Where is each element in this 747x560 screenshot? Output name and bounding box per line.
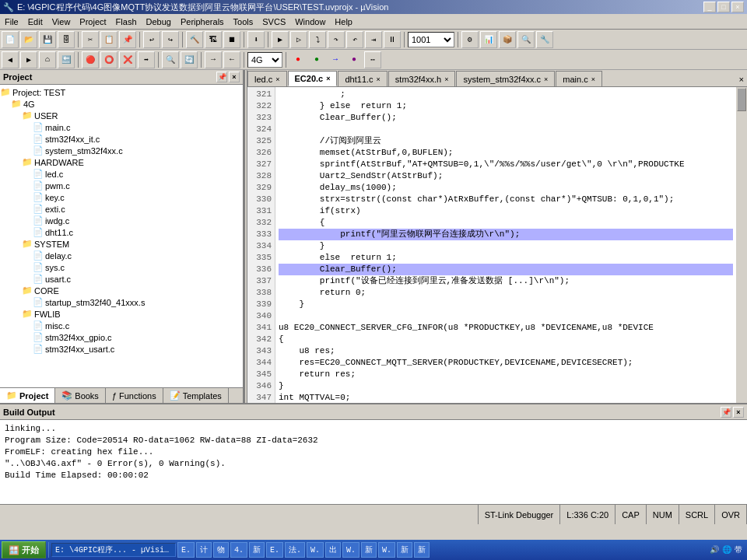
tree-item-system[interactable]: 📁SYSTEM: [0, 238, 243, 250]
editor-tab-ec20_c[interactable]: EC20.c×: [288, 71, 338, 86]
taskbar-btn-e3[interactable]: 出: [325, 542, 341, 558]
save-btn[interactable]: 💾: [39, 31, 56, 48]
manage-btn[interactable]: 📊: [480, 31, 497, 48]
taskbar-btn-w2[interactable]: W.: [342, 542, 359, 558]
active-window[interactable]: E: \4GPIC程序... - µVision: [51, 543, 176, 557]
taskbar-btn-ie[interactable]: E.: [177, 542, 195, 558]
color4-btn[interactable]: ●: [345, 51, 363, 68]
editor-area[interactable]: 3213223233243253263273283293303313323333…: [247, 87, 747, 403]
tree-item-stm32f4xx_usart[interactable]: 📄stm32f4xx_usart.c: [0, 343, 243, 355]
taskbar-btn-new2[interactable]: 新: [361, 542, 377, 558]
tab-close-ec20_c[interactable]: ×: [326, 75, 330, 82]
tree-item-sys_c[interactable]: 📄sys.c: [0, 261, 243, 273]
menu-file[interactable]: File: [0, 16, 23, 28]
tree-item-led_c[interactable]: 📄led.c: [0, 168, 243, 180]
editor-tab-dht11_c[interactable]: dht11.c×: [338, 71, 387, 86]
cut-btn[interactable]: ✂: [82, 31, 99, 48]
color1-btn[interactable]: ●: [289, 51, 307, 68]
taskbar-btn-w3[interactable]: W.: [378, 542, 395, 558]
prev-btn[interactable]: ◀: [2, 51, 19, 68]
step-over-btn[interactable]: ↷: [328, 31, 345, 48]
tree-item-usart_c[interactable]: 📄usart.c: [0, 273, 243, 285]
menu-peripherals[interactable]: Peripherals: [176, 16, 229, 28]
start-button[interactable]: 🪟 开始: [2, 541, 46, 558]
tree-item-dht11_c[interactable]: 📄dht11.c: [0, 226, 243, 238]
panel-tab-books[interactable]: 📚Books: [55, 388, 106, 403]
menu-edit[interactable]: Edit: [23, 16, 47, 28]
minimize-button[interactable]: _: [703, 2, 716, 12]
tab-close-dht11_c[interactable]: ×: [377, 75, 381, 83]
tree-item-iwdg_c[interactable]: 📄iwdg.c: [0, 215, 243, 226]
back-btn[interactable]: 🔙: [58, 51, 75, 68]
panel-tab-project[interactable]: 📁Project: [0, 388, 55, 403]
menu-svcs[interactable]: SVCS: [258, 16, 290, 28]
taskbar-btn-comp[interactable]: 计: [196, 542, 212, 558]
editor-scrollbar[interactable]: [736, 87, 747, 403]
menu-flash[interactable]: Flash: [111, 16, 142, 28]
run-cursor-btn[interactable]: ⇥: [365, 31, 382, 48]
tree-item-system_stm32f4xx[interactable]: 📄system_stm32f4xx.c: [0, 145, 243, 156]
next-btn[interactable]: ▶: [20, 51, 37, 68]
editor-tab-stm32f4xx_h[interactable]: stm32f4xx.h×: [388, 71, 456, 86]
replace-btn[interactable]: 🔄: [181, 51, 198, 68]
find-btn[interactable]: 🔍: [162, 51, 179, 68]
taskbar-btn-word[interactable]: W.: [307, 542, 324, 558]
taskbar-btn-new[interactable]: 新: [249, 542, 265, 558]
menu-window[interactable]: Window: [290, 16, 330, 28]
taskbar-btn-e2[interactable]: E.: [266, 542, 283, 558]
tree-item-startup[interactable]: 📄startup_stm32f40_41xxx.s: [0, 296, 243, 308]
tree-item-exti_c[interactable]: 📄exti.c: [0, 203, 243, 215]
taskbar-btn-fa[interactable]: 法.: [285, 542, 305, 558]
color2-btn[interactable]: ●: [308, 51, 325, 68]
inspect-btn[interactable]: 🔍: [517, 31, 535, 48]
disable-bp-btn[interactable]: ⭕: [100, 51, 117, 68]
taskbar-btn-new4[interactable]: 新: [414, 542, 430, 558]
tab-close-led_c[interactable]: ×: [275, 75, 279, 83]
tree-item-user[interactable]: 📁USER: [0, 110, 243, 121]
tree-item-fwlib[interactable]: 📁FWLIB: [0, 308, 243, 320]
maximize-button[interactable]: □: [717, 2, 730, 12]
tree-item-root[interactable]: 📁Project: TEST: [0, 86, 243, 98]
menu-tools[interactable]: Tools: [229, 16, 258, 28]
project-pin-btn[interactable]: 📌: [216, 72, 227, 82]
debug-btn[interactable]: ▶: [272, 31, 289, 48]
tree-item-core[interactable]: 📁CORE: [0, 285, 243, 296]
open-btn[interactable]: 📂: [20, 31, 37, 48]
pack-btn[interactable]: 📦: [499, 31, 516, 48]
step-out-btn[interactable]: ↶: [346, 31, 363, 48]
project-close-btn[interactable]: ×: [229, 72, 240, 82]
menu-view[interactable]: View: [47, 16, 75, 28]
editor-tab-led_c[interactable]: led.c×: [247, 71, 287, 86]
next-bp-btn[interactable]: ➡: [138, 51, 155, 68]
tab-close-stm32f4xx_h[interactable]: ×: [444, 75, 448, 83]
menu-debug[interactable]: Debug: [142, 16, 176, 28]
save-all-btn[interactable]: 🗄: [58, 31, 75, 48]
indent-btn[interactable]: →: [205, 51, 222, 68]
tree-item-stm32f4xx_gpio[interactable]: 📄stm32f4xx_gpio.c: [0, 331, 243, 343]
target-options-btn[interactable]: ⚙: [461, 31, 479, 48]
target-select[interactable]: 1001: [408, 32, 454, 47]
tree-item-key_c[interactable]: 📄key.c: [0, 191, 243, 203]
build-close-btn[interactable]: ×: [733, 407, 744, 418]
taskbar-btn-iot[interactable]: 物: [213, 542, 229, 558]
tab-close-system_stm32f4xx_c[interactable]: ×: [544, 75, 548, 83]
taskbar-btn-new3[interactable]: 新: [397, 542, 412, 558]
run-btn[interactable]: ▷: [290, 31, 307, 48]
menu-help[interactable]: Help: [330, 16, 357, 28]
download-btn[interactable]: ⬇: [247, 31, 265, 48]
close-button[interactable]: ×: [731, 2, 744, 12]
rebuild-btn[interactable]: 🏗: [205, 31, 222, 48]
redo-btn[interactable]: ↪: [162, 31, 179, 48]
tree-item-pwm_c[interactable]: 📄pwm.c: [0, 180, 243, 191]
tree-item-delay_c[interactable]: 📄delay.c: [0, 250, 243, 261]
stop-btn[interactable]: ⏹: [223, 31, 240, 48]
paste-btn[interactable]: 📌: [119, 31, 136, 48]
undo-btn[interactable]: ↩: [143, 31, 160, 48]
menu-project[interactable]: Project: [75, 16, 110, 28]
insert-bp-btn[interactable]: 🔴: [82, 51, 99, 68]
tree-item-main_c[interactable]: 📄main.c: [0, 121, 243, 133]
source-select[interactable]: 4G: [247, 52, 282, 68]
stop-debug-btn[interactable]: ⏸: [384, 31, 401, 48]
taskbar-btn-4g[interactable]: 4.: [230, 542, 247, 558]
outdent-btn[interactable]: ←: [223, 51, 240, 68]
